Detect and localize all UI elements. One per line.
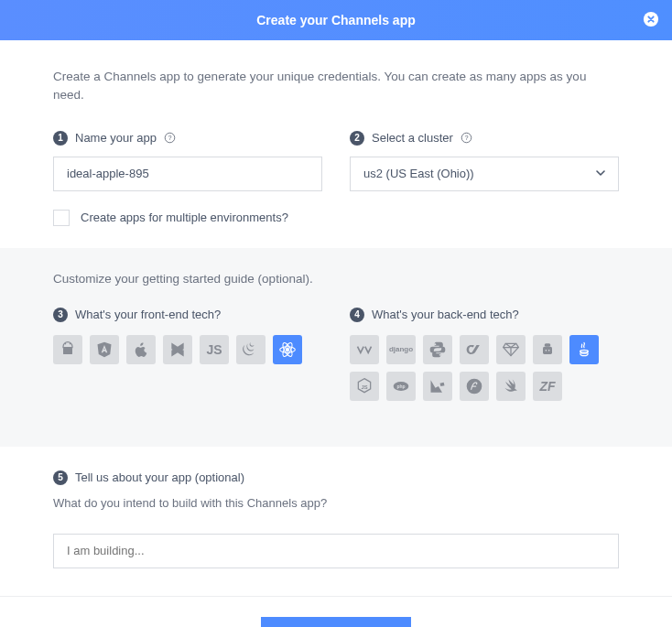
step2-text: Select a cluster — [372, 131, 453, 145]
intro-text: Create a Channels app to generate your u… — [53, 68, 619, 105]
modal-header: Create your Channels app — [0, 0, 672, 40]
backend-col: 4 What's your back-end tech? django JS p… — [350, 308, 619, 401]
step1-col: 1 Name your app ? — [53, 131, 322, 191]
close-icon[interactable] — [643, 11, 659, 27]
step1-text: Name your app — [75, 131, 157, 145]
about-input[interactable] — [53, 534, 619, 568]
tech-row: 3 What's your front-end tech? JS 4 What'… — [53, 308, 619, 401]
tech-python-icon[interactable] — [423, 335, 452, 364]
step3-label: 3 What's your front-end tech? — [53, 308, 322, 322]
step-row: 1 Name your app ? 2 Select a cluster ? u… — [53, 131, 619, 191]
cluster-select[interactable]: us2 (US East (Ohio)) — [350, 157, 619, 191]
multi-env-row: Create apps for multiple environments? — [53, 210, 619, 226]
help-icon[interactable]: ? — [461, 132, 473, 145]
tech-laravel-icon[interactable] — [423, 372, 452, 401]
tech-go-icon[interactable] — [460, 335, 489, 364]
tech-nodejs-icon[interactable]: JS — [350, 372, 379, 401]
tech-zend-icon[interactable]: ZF — [533, 372, 562, 401]
tech-jquery-icon[interactable] — [236, 335, 266, 364]
svg-point-12 — [546, 350, 547, 351]
tech-django-icon[interactable]: django — [386, 335, 416, 364]
tech-ruby-icon[interactable] — [496, 335, 526, 364]
step4-text: What's your back-end tech? — [372, 308, 519, 321]
multi-env-checkbox[interactable] — [53, 210, 70, 226]
svg-rect-11 — [545, 343, 551, 346]
footer: Create my app — [0, 596, 672, 628]
svg-text:?: ? — [168, 134, 172, 142]
tech-swift-icon[interactable] — [496, 372, 526, 401]
create-app-button[interactable]: Create my app — [261, 617, 411, 628]
tech-backbone-icon[interactable] — [163, 335, 192, 364]
tech-php-icon[interactable]: php — [386, 372, 416, 401]
tech-rust-icon[interactable] — [533, 335, 562, 364]
tech-angular-icon[interactable] — [90, 335, 119, 364]
step4-num: 4 — [350, 308, 364, 322]
multi-env-label: Create apps for multiple environments? — [81, 211, 288, 224]
main-section: Create a Channels app to generate your u… — [0, 40, 672, 248]
svg-text:?: ? — [465, 134, 469, 142]
about-section: 5 Tell us about your app (optional) What… — [0, 447, 672, 596]
step1-label: 1 Name your app ? — [53, 131, 322, 146]
step2-label: 2 Select a cluster ? — [350, 131, 619, 146]
svg-point-6 — [286, 348, 288, 351]
frontend-grid: JS — [53, 335, 322, 364]
frontend-col: 3 What's your front-end tech? JS — [53, 308, 322, 401]
svg-rect-5 — [63, 347, 72, 354]
svg-point-13 — [548, 350, 550, 351]
step5-sub: What do you intend to build with this Ch… — [53, 496, 619, 510]
modal-title: Create your Channels app — [256, 13, 416, 27]
cluster-select-wrap: us2 (US East (Ohio)) — [350, 157, 619, 191]
tech-ios-icon[interactable] — [126, 335, 156, 364]
step2-num: 2 — [350, 131, 364, 146]
tech-react-icon[interactable] — [273, 335, 302, 364]
step3-num: 3 — [53, 308, 68, 322]
step4-label: 4 What's your back-end tech? — [350, 308, 619, 322]
svg-rect-10 — [543, 346, 552, 353]
tech-js-icon[interactable]: JS — [200, 335, 229, 364]
tech-dotnet-icon[interactable] — [350, 335, 379, 364]
customize-title: Customize your getting started guide (op… — [53, 272, 619, 286]
step5-num: 5 — [53, 470, 68, 485]
backend-grid: django JS php ZF — [350, 335, 619, 401]
svg-point-14 — [580, 350, 588, 352]
help-icon[interactable]: ? — [164, 132, 177, 145]
tech-java-icon[interactable] — [569, 335, 599, 364]
customize-section: Customize your getting started guide (op… — [0, 248, 672, 447]
step5-text: Tell us about your app (optional) — [75, 470, 244, 484]
step1-num: 1 — [53, 131, 68, 146]
app-name-input[interactable] — [53, 157, 322, 191]
step2-col: 2 Select a cluster ? us2 (US East (Ohio)… — [350, 131, 619, 191]
step5-label: 5 Tell us about your app (optional) — [53, 470, 619, 485]
tech-android-icon[interactable] — [53, 335, 82, 364]
tech-symfony-icon[interactable] — [460, 372, 489, 401]
svg-text:JS: JS — [361, 384, 367, 389]
step3-text: What's your front-end tech? — [75, 308, 221, 321]
svg-text:php: php — [396, 383, 405, 388]
